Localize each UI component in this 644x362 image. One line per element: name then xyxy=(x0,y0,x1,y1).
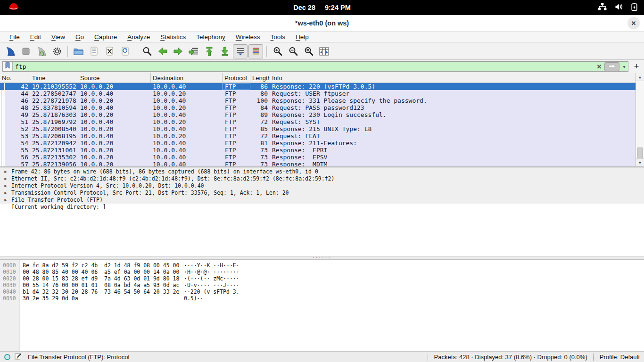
packet-row-46[interactable]: 4622.27872197810.0.0.2010.0.0.40FTP100Re… xyxy=(0,97,636,104)
column-header-length[interactable]: Length xyxy=(250,73,270,82)
save-capture-file-button[interactable] xyxy=(87,44,101,58)
capture-options-button[interactable] xyxy=(50,44,64,58)
related-packet-gutter xyxy=(0,154,5,161)
menu-help[interactable]: Help xyxy=(290,33,314,42)
menu-statistics[interactable]: Statistics xyxy=(155,33,191,42)
close-button[interactable]: ✕ xyxy=(627,17,640,29)
go-to-packet-button[interactable] xyxy=(186,44,201,58)
magnifier-icon xyxy=(142,47,152,56)
packet-row-55[interactable]: 5525.87213106110.0.0.2010.0.0.40FTP73Res… xyxy=(0,147,636,154)
expander-icon[interactable]: ▶ xyxy=(0,182,11,189)
packet-row-44[interactable]: 4422.27850274710.0.0.4010.0.0.20FTP80Req… xyxy=(0,90,636,97)
scrollbar-up-arrow[interactable]: ▲ xyxy=(636,73,644,81)
packet-row-51[interactable]: 5125.87196979210.0.0.4010.0.0.20FTP72Req… xyxy=(0,118,636,125)
open-capture-file-button[interactable] xyxy=(71,44,86,58)
expander-icon[interactable]: ▶ xyxy=(0,197,11,204)
start-capture-button[interactable] xyxy=(3,44,17,58)
close-capture-file-button[interactable] xyxy=(102,44,117,58)
detail-row[interactable]: ▶File Transfer Protocol (FTP) xyxy=(0,197,644,204)
column-header-protocol[interactable]: Protocol xyxy=(223,73,250,82)
window-titlebar[interactable]: *ws-eth0 (on ws) ✕ xyxy=(0,15,644,32)
system-status-area[interactable] xyxy=(598,0,637,15)
column-header-time[interactable]: Time xyxy=(30,73,78,82)
detail-row[interactable]: ▶Transmission Control Protocol, Src Port… xyxy=(0,189,644,197)
autoscroll-icon xyxy=(236,47,245,56)
related-packet-gutter xyxy=(0,132,5,140)
packet-row-48[interactable]: 4825.83781059410.0.0.4010.0.0.20FTP84Req… xyxy=(0,104,636,111)
menu-wireless[interactable]: Wireless xyxy=(231,33,265,42)
filter-dropdown-caret[interactable]: ▾ xyxy=(620,64,628,69)
packet-row-52[interactable]: 5225.87200854010.0.0.2010.0.0.40FTP85Res… xyxy=(0,125,636,132)
menu-telephony[interactable]: Telephony xyxy=(191,33,231,42)
menu-view[interactable]: View xyxy=(46,33,70,42)
related-packet-gutter xyxy=(0,140,5,147)
detail-row[interactable]: ▶Frame 42: 86 bytes on wire (688 bits), … xyxy=(0,168,644,175)
cell-protocol: FTP xyxy=(223,97,250,104)
packet-row-53[interactable]: 5325.87206819510.0.0.4010.0.0.20FTP72Req… xyxy=(0,132,636,140)
menu-analyze[interactable]: Analyze xyxy=(122,33,155,42)
activities-button[interactable] xyxy=(8,2,20,13)
go-last-packet-button[interactable] xyxy=(217,44,232,58)
capture-comment-icon[interactable] xyxy=(15,353,22,361)
detail-row[interactable]: [Current working directory: ] xyxy=(0,204,644,211)
cell-protocol: FTP xyxy=(223,104,250,111)
packet-row-56[interactable]: 5625.87213530210.0.0.2010.0.0.40FTP73Res… xyxy=(0,154,636,161)
mag-minus-icon xyxy=(289,47,298,56)
hex-row[interactable]: 00008e fc 8a d2 59 f2 c2 4b d2 1d 48 f9 … xyxy=(0,262,644,269)
display-filter-field[interactable]: ✕ ▾ xyxy=(2,61,628,72)
colorize-icon xyxy=(252,47,260,56)
zoom-out-button[interactable] xyxy=(286,44,300,58)
filter-add-button[interactable]: + xyxy=(631,61,642,72)
column-header-destination[interactable]: Destination xyxy=(151,73,223,82)
restart-capture-button[interactable] xyxy=(34,44,49,58)
expert-info-icon[interactable] xyxy=(4,354,10,360)
cell-destination: 10.0.0.40 xyxy=(151,111,223,118)
menu-tools[interactable]: Tools xyxy=(265,33,291,42)
zoom-in-button[interactable] xyxy=(270,44,285,58)
hex-row[interactable]: 001000 48 80 85 40 00 40 06 a5 ef 0a 00 … xyxy=(0,269,644,275)
go-first-packet-button[interactable] xyxy=(202,44,216,58)
cell-destination: 10.0.0.40 xyxy=(151,147,223,154)
find-packet-button[interactable] xyxy=(140,44,154,58)
clock[interactable]: Dec 28 9:24 PM xyxy=(293,0,351,15)
menu-edit[interactable]: Edit xyxy=(25,33,46,42)
stop-capture-button[interactable] xyxy=(18,44,33,58)
colorize-packets-button[interactable] xyxy=(248,44,263,58)
display-filter-input[interactable] xyxy=(13,63,594,70)
go-back-button[interactable] xyxy=(155,44,170,58)
expander-icon[interactable]: ▶ xyxy=(0,168,11,175)
scrollbar-thumb[interactable] xyxy=(637,148,643,159)
menu-go[interactable]: Go xyxy=(70,33,89,42)
filter-bookmark-button[interactable] xyxy=(3,62,13,71)
reload-capture-file-button[interactable] xyxy=(118,44,132,58)
column-header-no[interactable]: No. xyxy=(0,73,30,82)
packet-row-54[interactable]: 5425.87212094210.0.0.2010.0.0.40FTP81Res… xyxy=(0,140,636,147)
auto-scroll-button[interactable] xyxy=(233,44,248,58)
packet-list-scrollbar[interactable]: ▲ ▼ xyxy=(636,73,644,166)
zoom-original-button[interactable] xyxy=(301,44,316,58)
menu-file[interactable]: File xyxy=(4,33,25,42)
filter-clear-button[interactable]: ✕ xyxy=(594,63,604,70)
cell-time: 25.872139056 xyxy=(30,161,78,166)
menu-capture[interactable]: Capture xyxy=(89,33,122,42)
detail-row[interactable]: ▶Ethernet II, Src: c2:4b:d2:1d:48:f9 (c2… xyxy=(0,175,644,182)
hex-row[interactable]: 003000 55 14 76 00 00 01 01 08 0a bd 4a … xyxy=(0,282,644,288)
filter-apply-button[interactable] xyxy=(604,62,619,71)
expander-icon[interactable]: ▶ xyxy=(0,189,11,197)
resize-columns-button[interactable] xyxy=(317,44,331,58)
detail-row[interactable]: ▶Internet Protocol Version 4, Src: 10.0.… xyxy=(0,182,644,189)
packet-row-57[interactable]: 5725.87213905610.0.0.2010.0.0.40FTP73Res… xyxy=(0,161,636,166)
hex-row[interactable]: 002000 28 00 15 83 28 ef d9 7a 4d 63 0d … xyxy=(0,275,644,282)
packet-row-49[interactable]: 4925.87187630310.0.0.2010.0.0.40FTP89Res… xyxy=(0,111,636,118)
column-header-source[interactable]: Source xyxy=(78,73,151,82)
hex-row[interactable]: 005030 2e 35 29 0d 0a0.5)·· xyxy=(0,295,644,302)
column-header-info[interactable]: Info xyxy=(270,73,636,82)
cell-time: 25.872008540 xyxy=(30,125,78,132)
scrollbar-down-arrow[interactable]: ▼ xyxy=(636,158,644,166)
pane-splitter-bottom[interactable]: ······ xyxy=(0,256,644,260)
expander-icon[interactable]: ▶ xyxy=(0,175,11,182)
hex-row[interactable]: 0040b1 d4 32 32 30 20 28 76 73 46 54 50 … xyxy=(0,288,644,295)
profile-label[interactable]: Profile: Default xyxy=(600,354,640,361)
go-forward-button[interactable] xyxy=(171,44,185,58)
packet-row-42[interactable]: 4219.21039555210.0.0.2010.0.0.40FTP86Res… xyxy=(0,83,636,90)
